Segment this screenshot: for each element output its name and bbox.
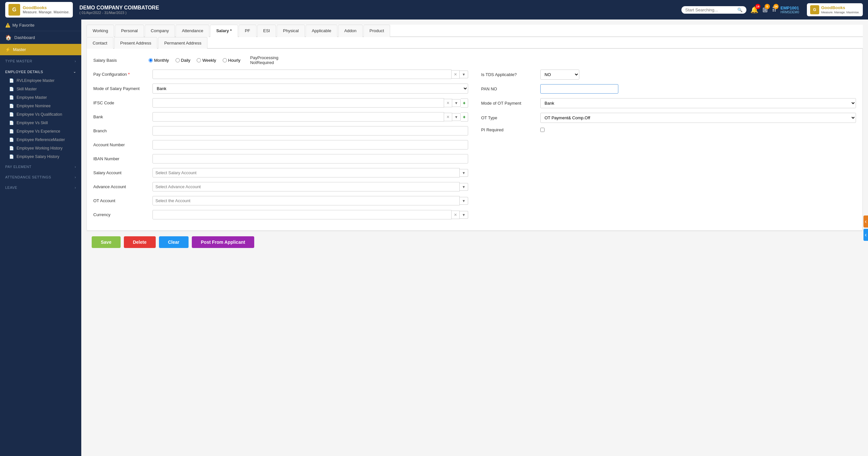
tab-product[interactable]: Product bbox=[364, 25, 391, 37]
tab-contact[interactable]: Contact bbox=[87, 37, 114, 49]
is-tds-select[interactable]: NO YES bbox=[540, 70, 579, 79]
tab-salary[interactable]: Salary * bbox=[210, 25, 238, 37]
sidebar-sub-emp-working-history[interactable]: 📄 Employee Working History bbox=[0, 144, 81, 153]
search-input[interactable] bbox=[685, 7, 735, 12]
logo-right: G GoodBooks Measure. Manage. Maximise. bbox=[807, 3, 863, 17]
ifsc-label: IFSC Code bbox=[93, 100, 149, 105]
radio-weekly-input[interactable] bbox=[197, 58, 201, 62]
pan-input[interactable]: AMI4454534 bbox=[540, 84, 618, 94]
tab-esi[interactable]: ESI bbox=[257, 25, 276, 37]
bank-input[interactable]: ICICI BANK LIMITED bbox=[152, 112, 444, 122]
pi-required-checkbox[interactable] bbox=[540, 128, 545, 132]
bank-row: Bank ICICI BANK LIMITED ✕ ▼ + bbox=[93, 112, 468, 122]
grid-icon-btn[interactable]: ⊞ 5 bbox=[762, 6, 768, 14]
tab-working[interactable]: Working bbox=[87, 25, 114, 37]
mode-salary-label: Mode of Salary Payment bbox=[93, 86, 149, 91]
ot-type-select[interactable]: OT Payment& Comp.Off OT Payment Only Com… bbox=[540, 113, 856, 123]
tab-company[interactable]: Company bbox=[145, 25, 175, 37]
clear-button[interactable]: Clear bbox=[159, 236, 189, 248]
mode-salary-select[interactable]: Bank Cash Cheque bbox=[152, 84, 468, 94]
radio-daily[interactable]: Daily bbox=[176, 58, 190, 63]
salary-account-row: Salary Account ▼ bbox=[93, 168, 468, 177]
tab-permanent-address[interactable]: Permanent Address bbox=[158, 37, 208, 49]
company-info: DEMO COMPANY COIMBATORE ( 01/Apr/2022 - … bbox=[79, 5, 681, 14]
sidebar-section-leave[interactable]: Leave › bbox=[0, 183, 81, 192]
sidebar-item-dashboard[interactable]: 🏠 Dashboard bbox=[0, 31, 81, 44]
bank-arrow-btn[interactable]: ▼ bbox=[452, 113, 461, 121]
badge2-count: 5 bbox=[765, 4, 770, 9]
radio-weekly[interactable]: Weekly bbox=[197, 58, 216, 63]
radio-monthly-input[interactable] bbox=[149, 58, 153, 62]
save-button[interactable]: Save bbox=[92, 236, 121, 248]
top-icons: 🔍 🔔 19 ⊞ 5 ⠿ 24 EMP1001 HRMSDEM0 G Go bbox=[681, 3, 863, 17]
user-sub: HRMSDEM0 bbox=[780, 10, 799, 14]
iban-input[interactable]: 0 bbox=[152, 154, 468, 163]
salary-account-group: ▼ bbox=[152, 168, 468, 177]
tab-pf[interactable]: PF bbox=[239, 25, 256, 37]
bank-add-btn[interactable]: + bbox=[461, 112, 468, 122]
currency-input[interactable]: Indian Rupee bbox=[152, 210, 452, 219]
notification-bell[interactable]: 🔔 19 bbox=[750, 6, 758, 14]
apps-icon-btn[interactable]: ⠿ 24 bbox=[772, 6, 777, 14]
radio-hourly-input[interactable] bbox=[223, 58, 227, 62]
branch-input[interactable]: PUNE - BUND GARDEN-á bbox=[152, 126, 468, 135]
sidebar-sub-emp-salary-history[interactable]: 📄 Employee Salary History bbox=[0, 153, 81, 161]
bank-clear-btn[interactable]: ✕ bbox=[444, 113, 452, 121]
ifsc-row: IFSC Code ICICI0000005 ✕ ▼ + bbox=[93, 98, 468, 107]
ifsc-input[interactable]: ICICI0000005 bbox=[152, 98, 444, 107]
ifsc-clear-btn[interactable]: ✕ bbox=[444, 99, 452, 107]
logo-text: GoodBooks Measure. Manage. Maximise. bbox=[23, 5, 69, 14]
chevron-down-icon: ⌄ bbox=[73, 70, 76, 74]
delete-button[interactable]: Delete bbox=[124, 236, 156, 248]
side-toggle-btn2[interactable]: ‹ bbox=[863, 229, 868, 241]
sidebar-section-type-master[interactable]: Type Master › bbox=[0, 57, 81, 66]
tab-attendance[interactable]: Attendance bbox=[176, 25, 209, 37]
advance-account-input[interactable] bbox=[152, 182, 460, 191]
mode-ot-label: Mode of OT Payment bbox=[481, 101, 536, 106]
tab-present-address[interactable]: Present Address bbox=[114, 37, 157, 49]
pay-config-clear-btn[interactable]: ✕ bbox=[452, 70, 460, 79]
tab-personal[interactable]: Personal bbox=[115, 25, 144, 37]
sidebar-sub-employee-nominee[interactable]: 📄 Employee Nominee bbox=[0, 102, 81, 110]
radio-daily-input[interactable] bbox=[176, 58, 180, 62]
advance-account-arrow[interactable]: ▼ bbox=[460, 183, 468, 191]
tab-addon[interactable]: Addon bbox=[338, 25, 363, 37]
sidebar-sub-emp-skill[interactable]: 📄 Employee Vs Skill bbox=[0, 119, 81, 127]
pay-config-arrow-btn[interactable]: ▼ bbox=[460, 70, 468, 78]
ifsc-add-btn[interactable]: + bbox=[461, 98, 468, 107]
sidebar-favorite[interactable]: ⚠️ My Favorite bbox=[0, 20, 81, 31]
ot-account-arrow[interactable]: ▼ bbox=[460, 197, 468, 205]
currency-clear-btn[interactable]: ✕ bbox=[452, 210, 460, 219]
post-from-applicant-button[interactable]: Post From Applicant bbox=[192, 236, 254, 248]
ot-type-row: OT Type OT Payment& Comp.Off OT Payment … bbox=[481, 113, 856, 123]
sidebar-sub-employee-master[interactable]: 📄 Employee Master bbox=[0, 93, 81, 102]
mode-ot-select[interactable]: Bank Cash Cheque bbox=[540, 98, 856, 108]
radio-hourly[interactable]: Hourly bbox=[223, 58, 241, 63]
currency-arrow[interactable]: ▼ bbox=[460, 211, 468, 219]
sidebar-sub-skill-master[interactable]: 📄 Skill Master bbox=[0, 85, 81, 93]
sidebar-sub-emp-experience[interactable]: 📄 Employee Vs Experience bbox=[0, 127, 81, 135]
pay-config-input[interactable]: PAYCONFIG-STAFF bbox=[152, 70, 452, 79]
sidebar-sub-emp-qualification[interactable]: 📄 Employee Vs Qualification bbox=[0, 110, 81, 119]
doc-icon6: 📄 bbox=[9, 121, 14, 125]
sidebar-sub-rvl-employee[interactable]: 📄 RVLEmployee Master bbox=[0, 76, 81, 85]
ot-account-input[interactable] bbox=[152, 196, 460, 205]
side-toggle-btn1[interactable]: ‹ bbox=[863, 216, 868, 228]
doc-icon5: 📄 bbox=[9, 112, 14, 117]
tab-applicable[interactable]: Applicable bbox=[306, 25, 337, 37]
sidebar-section-attendance[interactable]: Attendance Settings › bbox=[0, 172, 81, 182]
sidebar-section-pay-element[interactable]: Pay Element › bbox=[0, 162, 81, 171]
search-box[interactable]: 🔍 bbox=[681, 6, 746, 14]
account-number-input[interactable]: 0065340324 bbox=[152, 140, 468, 150]
salary-account-arrow[interactable]: ▼ bbox=[460, 169, 468, 177]
is-tds-label: Is TDS Applicable? bbox=[481, 72, 536, 77]
sidebar-section-employee-details[interactable]: Employee Details ⌄ bbox=[0, 67, 81, 76]
currency-group: Indian Rupee ✕ ▼ bbox=[152, 210, 468, 219]
sidebar-sub-emp-reference[interactable]: 📄 Employee ReferenceMaster bbox=[0, 135, 81, 144]
sidebar-item-master[interactable]: ⚡ Master bbox=[0, 44, 81, 55]
user-info[interactable]: EMP1001 HRMSDEM0 bbox=[780, 5, 799, 14]
tab-physical[interactable]: Physical bbox=[277, 25, 305, 37]
ifsc-arrow-btn[interactable]: ▼ bbox=[452, 99, 461, 107]
radio-monthly[interactable]: Monthly bbox=[149, 58, 169, 63]
salary-account-input[interactable] bbox=[152, 168, 460, 177]
